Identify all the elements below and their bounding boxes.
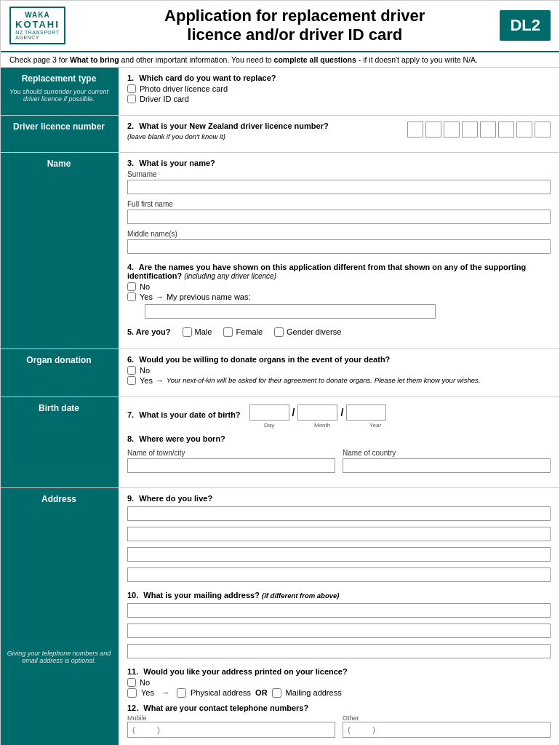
q11-yes-checkbox[interactable] — [127, 688, 137, 698]
address-line1[interactable] — [127, 506, 551, 521]
option-driver-id: Driver ID card — [127, 95, 551, 103]
q6-no-row: No — [127, 366, 551, 375]
mobile-field: Mobile — [127, 714, 335, 738]
q6-block: 6. Would you be willing to donate organs… — [127, 355, 551, 385]
driver-licence-label: Driver licence number — [1, 116, 117, 152]
male-checkbox[interactable] — [183, 327, 192, 337]
q4-block: 4. Are the names you have shown on this … — [127, 263, 551, 322]
birth-year-input[interactable] — [346, 405, 386, 421]
mailing-line3[interactable] — [127, 644, 551, 658]
q5-male: Male — [183, 327, 212, 337]
page-title: Application for replacement driver licen… — [97, 7, 492, 45]
logo-kotahi: KOTAHI — [15, 19, 60, 30]
q9-address-inputs — [127, 505, 551, 585]
mailing-line1[interactable] — [127, 603, 551, 618]
option-photo-licence: Photo driver licence card — [127, 84, 551, 93]
surname-input[interactable] — [127, 180, 551, 194]
licence-number-boxes — [407, 121, 551, 138]
born-row: Name of town/city Name of country — [127, 446, 551, 476]
dl2-badge: DL2 — [500, 10, 551, 41]
q6-no-checkbox[interactable] — [127, 366, 136, 375]
q10-address-inputs — [127, 602, 551, 661]
licence-box-5[interactable] — [480, 121, 496, 138]
logo-sub: NZ TRANSPORTAGENCY — [15, 30, 59, 40]
q11-arrow: → — [161, 688, 169, 697]
address-line2[interactable] — [127, 527, 551, 541]
address-content: 9. Where do you live? 10. What is your m — [117, 488, 559, 745]
country-field: Name of country — [343, 446, 551, 476]
logo-waka: WAKA — [25, 11, 50, 19]
address-line4[interactable] — [127, 567, 551, 582]
driver-licence-content: 2. What is your New Zealand driver licen… — [117, 116, 559, 152]
prev-name-input[interactable] — [145, 304, 436, 319]
q7-block: 7. What is your date of birth? / / — [127, 403, 551, 429]
q2-block: 2. What is your New Zealand driver licen… — [127, 121, 551, 140]
subtitle-bar: Check page 3 for What to bring and other… — [1, 52, 559, 68]
mobile-input[interactable] — [127, 722, 335, 738]
organ-donation-section: Organ donation 6. Would you be willing t… — [1, 349, 559, 397]
replacement-type-label: Replacement type You should surrender yo… — [1, 68, 117, 115]
other-phone-input[interactable] — [343, 722, 551, 738]
licence-box-7[interactable] — [516, 121, 532, 138]
replacement-type-content: 1. Which card do you want to replace? Ph… — [117, 68, 559, 115]
licence-box-8[interactable] — [535, 121, 551, 138]
birth-date-section: Birth date 7. What is your date of birth… — [1, 397, 559, 488]
middle-name-input[interactable] — [127, 239, 551, 254]
q6-yes-checkbox[interactable] — [127, 376, 136, 385]
first-name-input[interactable] — [127, 210, 551, 224]
q11-no-row: No — [127, 678, 551, 687]
diverse-checkbox[interactable] — [274, 327, 284, 337]
licence-box-6[interactable] — [498, 121, 514, 138]
q3-block: 3. What is your name? Surname Full first… — [127, 159, 551, 257]
licence-box-3[interactable] — [444, 121, 460, 138]
town-field: Name of town/city — [127, 446, 335, 476]
phone-row: Mobile Other — [127, 714, 551, 738]
q11-no-checkbox[interactable] — [127, 678, 136, 687]
q11-block: 11. Would you like your address printed … — [127, 667, 551, 698]
female-checkbox[interactable] — [223, 327, 233, 337]
q4-arrow: → — [156, 292, 164, 301]
q4-no-row: No — [127, 282, 551, 291]
q4-no-checkbox[interactable] — [127, 282, 136, 291]
q9-block: 9. Where do you live? — [127, 494, 551, 585]
physical-address-checkbox[interactable] — [177, 688, 186, 698]
q4-yes-checkbox[interactable] — [127, 292, 136, 301]
q12-block: 12. What are your contact telephone numb… — [127, 704, 551, 738]
q5-diverse: Gender diverse — [274, 327, 341, 337]
address-section: Address Giving your telephone numbers an… — [1, 488, 559, 745]
birth-date-content: 7. What is your date of birth? / / — [117, 397, 559, 487]
organ-donation-label: Organ donation — [1, 349, 117, 397]
q10-block: 10. What is your mailing address? (if di… — [127, 591, 551, 661]
q11-yes-row: Yes → Physical address OR Mailing addres… — [127, 688, 551, 698]
name-content: 3. What is your name? Surname Full first… — [117, 153, 559, 348]
organ-donation-content: 6. Would you be willing to donate organs… — [117, 349, 559, 397]
photo-licence-checkbox[interactable] — [127, 84, 136, 93]
q8-block: 8. Where were you born? Name of town/cit… — [127, 434, 551, 476]
address-line3[interactable] — [127, 547, 551, 562]
mailing-address-checkbox[interactable] — [272, 688, 281, 698]
prev-name-block — [145, 303, 551, 322]
mailing-line2[interactable] — [127, 624, 551, 638]
other-field: Other — [343, 714, 551, 738]
q6-arrow: → — [156, 376, 164, 385]
replacement-type-section: Replacement type You should surrender yo… — [1, 68, 559, 116]
driver-licence-section: Driver licence number 2. What is your Ne… — [1, 116, 559, 153]
name-label: Name — [1, 153, 117, 348]
licence-box-2[interactable] — [425, 121, 441, 138]
logo-box: WAKA KOTAHI NZ TRANSPORTAGENCY — [9, 7, 65, 44]
page-header: WAKA KOTAHI NZ TRANSPORTAGENCY Applicati… — [1, 1, 559, 52]
town-input[interactable] — [127, 458, 335, 473]
q4-yes-row: Yes → My previous name was: — [127, 292, 551, 301]
q1-block: 1. Which card do you want to replace? Ph… — [127, 73, 551, 103]
birth-day-input[interactable] — [249, 405, 289, 421]
logo-area: WAKA KOTAHI NZ TRANSPORTAGENCY — [9, 7, 97, 44]
birth-month-input[interactable] — [297, 405, 337, 421]
country-input[interactable] — [343, 458, 551, 473]
driver-id-checkbox[interactable] — [127, 95, 136, 103]
licence-box-4[interactable] — [462, 121, 478, 138]
q5-female: Female — [223, 327, 263, 337]
birth-date-label: Birth date — [1, 397, 117, 487]
q6-yes-row: Yes → Your next-of-kin will be asked for… — [127, 376, 551, 385]
licence-box-1[interactable] — [407, 121, 423, 138]
main-content: Replacement type You should surrender yo… — [1, 68, 559, 745]
